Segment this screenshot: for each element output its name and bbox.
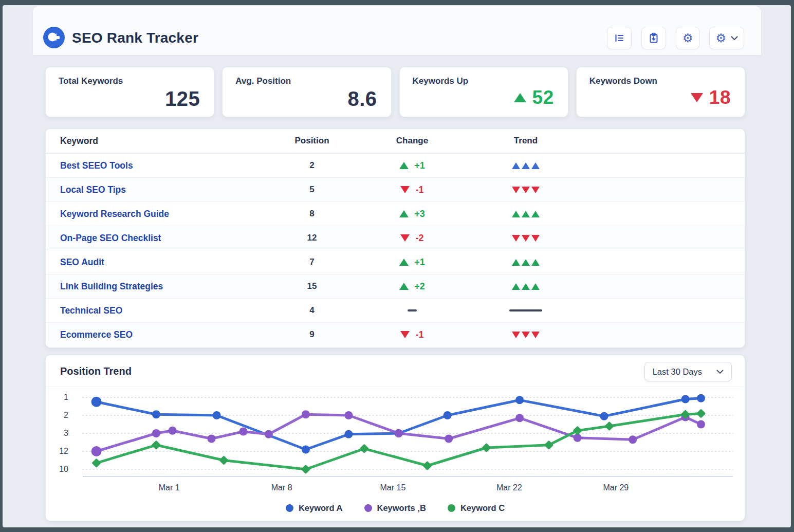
keyword-link[interactable]: Best SEEO Tools [46,160,271,171]
stat-card: Keywords Up52 [399,67,568,117]
flat-trend-line [509,309,542,311]
keyword-link[interactable]: Keyword Research Guide [46,209,271,219]
data-point [207,435,215,443]
data-point [574,434,582,442]
y-axis-tick: 2 [46,410,68,420]
position-value: 12 [271,233,353,243]
clipboard-export-icon [648,32,660,44]
data-point [301,465,310,474]
table-header-row: KeywordPositionChangeTrend [46,129,745,153]
trend-indicator [512,211,540,217]
keyword-link[interactable]: Ecommerce SEO [46,329,271,340]
export-report-button[interactable] [641,27,666,49]
change-value: +3 [414,209,425,219]
triangle-down-icon [522,332,530,338]
data-point [515,414,524,422]
data-point [360,444,369,453]
stat-value: 18 [691,87,731,108]
keyword-link[interactable]: Link Building Strategies [46,281,271,292]
data-point [152,441,161,450]
x-axis-tick: Mar 29 [603,483,629,492]
data-point [604,421,614,431]
column-header: Position [271,136,353,146]
triangle-down-icon [400,186,410,193]
change-indicator: -1 [400,185,423,195]
triangle-down-icon [400,234,410,242]
keyword-link[interactable]: SEO Audit [46,257,271,268]
keyword-table: KeywordPositionChangeTrendBest SEEO Tool… [45,129,745,348]
trend-indicator [512,283,540,290]
data-point [422,461,432,470]
triangle-up-icon [522,283,530,290]
data-point [445,435,453,443]
change-value: +1 [414,160,425,171]
settings-menu-button[interactable]: ⚙ [709,27,744,49]
legend-item[interactable]: Keyword A [286,503,343,513]
data-point [600,412,608,420]
data-point [629,435,637,444]
data-point [395,429,403,437]
table-row: Technical SEO4 [46,298,745,322]
position-value: 5 [271,185,353,195]
stat-delta-value: 52 [532,87,554,108]
header-actions: ⚙ ⚙ [607,27,744,49]
keyword-link[interactable]: Technical SEO [46,305,271,316]
table-row: Local SEO Tips5-1 [46,177,745,201]
x-axis-tick: Mar 1 [159,483,180,492]
data-point [681,395,690,403]
data-point [302,410,310,418]
column-header: Keyword [46,136,271,146]
triangle-up-icon [512,259,520,266]
change-cell: -1 [353,329,471,340]
column-header: Trend [471,136,580,146]
triangle-up-icon [522,259,530,266]
triangle-down-icon [512,235,520,242]
change-indicator: +1 [399,257,425,268]
trend-indicator [509,309,542,311]
triangle-down-icon [522,235,530,242]
table-row: SEO Audit7+1 [46,250,745,274]
stat-cards-row: Total Keywords125Avg. Position8.6Keyword… [45,67,745,117]
data-point [91,458,101,468]
legend-item[interactable]: Keyworts ‚B [364,503,426,513]
trend-cell [471,235,580,242]
keyword-link[interactable]: On-Page SEO Checklist [46,233,271,244]
change-cell [353,309,471,311]
change-value: -1 [415,185,423,195]
triangle-down-icon [531,235,540,242]
settings-button[interactable]: ⚙ [676,27,699,49]
triangle-up-icon [512,162,520,169]
data-point [169,427,177,435]
triangle-up-icon [531,162,540,169]
triangle-up-icon [531,259,540,266]
change-indicator: -2 [400,233,423,244]
stat-delta-value: 18 [709,87,731,108]
trend-cell [471,309,580,311]
trend-indicator [512,162,540,169]
series-line [97,414,701,470]
position-trend-card: Position Trend Last 30 Days 1231210 Mar … [45,355,745,521]
change-indicator: -1 [400,329,423,340]
data-point [152,429,160,437]
list-view-button[interactable] [607,27,632,49]
column-header: Change [353,136,471,146]
triangle-down-icon [691,93,703,102]
data-point [544,441,553,450]
keyword-link[interactable]: Local SEO Tips [46,185,271,195]
gear-icon: ⚙ [682,32,693,44]
position-value: 2 [271,160,353,171]
data-point [91,446,102,456]
stat-value: 125 [165,87,200,111]
table-row: On-Page SEO Checklist12-2 [46,226,745,250]
change-cell: +1 [353,160,471,171]
stat-label: Keywords Down [589,76,657,86]
position-value: 7 [271,257,353,267]
data-point [444,411,452,419]
legend-item[interactable]: Keyword C [448,503,505,513]
legend-dot-icon [364,504,372,512]
data-point [696,409,706,418]
legend-label: Keyword C [460,503,505,513]
data-point [265,430,273,438]
change-indicator: +3 [399,209,425,219]
triangle-up-icon [399,259,409,266]
